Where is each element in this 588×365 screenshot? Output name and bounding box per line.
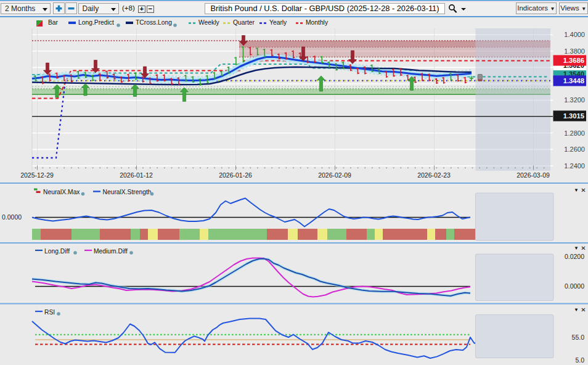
svg-text:1.3800: 1.3800 — [564, 47, 585, 55]
svg-text:2026-03-09: 2026-03-09 — [517, 171, 550, 179]
svg-text:2025-12-29: 2025-12-29 — [20, 171, 54, 179]
svg-text:✕: ✕ — [581, 245, 586, 252]
svg-text:1.3448: 1.3448 — [563, 77, 584, 84]
svg-text:1.2600: 1.2600 — [564, 146, 585, 153]
svg-text:2026-02-09: 2026-02-09 — [318, 171, 351, 179]
svg-text:NeuralX.Max: NeuralX.Max — [43, 189, 80, 195]
svg-text:2026-02-23: 2026-02-23 — [417, 171, 451, 179]
svg-text:1.4000: 1.4000 — [564, 31, 585, 38]
svg-text:2026-01-26: 2026-01-26 — [219, 171, 252, 179]
svg-text:0.0000: 0.0000 — [565, 282, 584, 290]
svg-text:1.3200: 1.3200 — [564, 96, 585, 104]
svg-text:Long.Diff: Long.Diff — [44, 248, 70, 255]
svg-text:0.0200: 0.0200 — [565, 253, 584, 260]
svg-text:▼: ▼ — [574, 245, 579, 251]
svg-text:✕: ✕ — [581, 187, 586, 194]
svg-text:55.0: 55.0 — [572, 334, 585, 341]
svg-text:NeuralX.Strength: NeuralX.Strength — [103, 189, 152, 195]
svg-text:1.2400: 1.2400 — [564, 162, 585, 170]
svg-text:2026-01-12: 2026-01-12 — [120, 171, 153, 179]
svg-text:▼: ▼ — [574, 187, 579, 193]
svg-text:1.3015: 1.3015 — [563, 112, 584, 120]
svg-text:✕: ✕ — [581, 306, 586, 313]
svg-text:5.0: 5.0 — [575, 356, 584, 364]
svg-text:1.2800: 1.2800 — [564, 129, 585, 137]
svg-text:Medium.Diff: Medium.Diff — [94, 248, 128, 255]
svg-text:1.3686: 1.3686 — [563, 57, 584, 64]
svg-text:RSI: RSI — [44, 309, 55, 316]
svg-text:0.0000: 0.0000 — [2, 213, 22, 221]
svg-text:▼: ▼ — [574, 307, 579, 313]
